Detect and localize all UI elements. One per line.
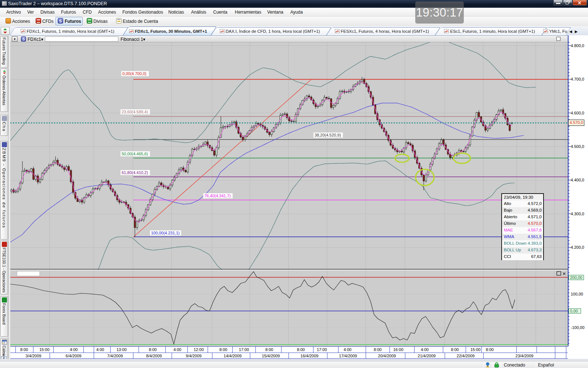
- svg-text:100,00(4.231,1): 100,00(4.231,1): [151, 231, 180, 235]
- svg-text:23,60(4.589,4): 23,60(4.589,4): [122, 110, 148, 114]
- svg-text:38,20(4.520,9): 38,20(4.520,9): [315, 133, 341, 137]
- svg-text:61,80(4.410,2): 61,80(4.410,2): [122, 170, 148, 175]
- svg-text:0,00(4.700,0): 0,00(4.700,0): [122, 71, 146, 76]
- svg-text:✕: ✕: [562, 271, 566, 276]
- svg-text:76,40(4.341,7): 76,40(4.341,7): [204, 194, 231, 198]
- svg-text:50,00(4.465,6): 50,00(4.465,6): [122, 152, 148, 156]
